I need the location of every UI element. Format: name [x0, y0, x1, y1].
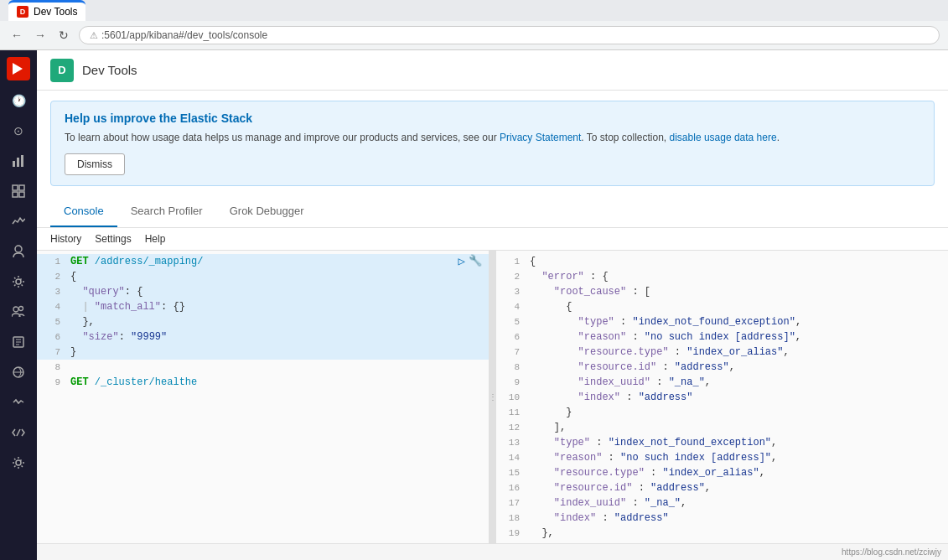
query-editor[interactable]: ▷ 🔧 1 GET /address/_mapping/ 2 {	[37, 251, 490, 543]
line-number: 7	[37, 345, 67, 360]
run-button[interactable]: ▷	[458, 254, 465, 268]
sidebar-item-timelion[interactable]	[5, 208, 32, 235]
svg-rect-1	[17, 158, 19, 167]
line-number: 17	[496, 495, 526, 511]
response-editor-inner: 1 { 2 "error" : { 3 "root_cause" : [	[496, 251, 948, 543]
settings-menu[interactable]: Settings	[95, 233, 131, 245]
disable-usage-link[interactable]: disable usage data here	[670, 132, 777, 143]
browser-tab[interactable]: D Dev Tools	[8, 0, 85, 21]
line-number: 18	[496, 511, 526, 526]
line-number: 2	[496, 269, 526, 284]
tab-grok-debugger[interactable]: Grok Debugger	[216, 196, 318, 227]
privacy-statement-link[interactable]: Privacy Statement	[500, 132, 581, 143]
resp-line-19: 19 },	[496, 526, 948, 541]
sidebar-item-canvas[interactable]	[5, 329, 32, 355]
line-number: 4	[496, 299, 526, 314]
banner-text-middle: . To stop collection,	[581, 132, 669, 143]
code-line-2: 2 {	[37, 269, 489, 284]
svg-point-9	[13, 307, 18, 312]
wrench-icon[interactable]: 🔧	[469, 254, 482, 268]
banner-text-after: .	[777, 132, 780, 143]
line-number: 7	[496, 345, 526, 360]
sidebar: 🕐 ⊙	[0, 50, 37, 560]
line-number: 14	[496, 450, 526, 465]
line-content: "resource.type" : "index_or_alias",	[526, 345, 948, 360]
banner-text: To learn about how usage data helps us m…	[65, 130, 920, 145]
status-bar: https://blog.csdn.net/zciwjy	[37, 543, 948, 560]
line-content: "query": {	[67, 284, 489, 299]
improvement-banner: Help us improve the Elastic Stack To lea…	[50, 101, 935, 186]
resp-line-4: 4 {	[496, 299, 948, 314]
line-content: ],	[526, 420, 948, 435]
resp-line-1: 1 {	[496, 254, 948, 269]
line-number: 6	[496, 329, 526, 345]
sidebar-item-settings[interactable]	[5, 449, 32, 476]
sidebar-item-devtools[interactable]	[5, 419, 32, 446]
history-menu[interactable]: History	[50, 233, 81, 245]
help-menu[interactable]: Help	[145, 233, 166, 245]
editor-divider[interactable]: ⋮	[490, 251, 496, 543]
sidebar-item-user[interactable]	[5, 238, 32, 265]
line-number: 12	[496, 420, 526, 435]
code-line-7: 7 }	[37, 345, 489, 360]
code-line-1: 1 GET /address/_mapping/	[37, 254, 489, 269]
svg-rect-2	[21, 155, 23, 167]
app-header: D Dev Tools	[37, 50, 948, 91]
tabs-bar: Console Search Profiler Grok Debugger	[37, 196, 948, 228]
devtools-subheader: History Settings Help	[37, 228, 948, 250]
svg-rect-3	[13, 185, 18, 190]
sidebar-item-clock[interactable]: 🕐	[5, 87, 32, 114]
editor-area: ▷ 🔧 1 GET /address/_mapping/ 2 {	[37, 250, 948, 543]
tab-console[interactable]: Console	[50, 196, 117, 227]
svg-rect-6	[19, 192, 24, 197]
sidebar-item-apm[interactable]	[5, 389, 32, 416]
browser-toolbar: ← → ↻ ⚠ :5601/app/kibana#/dev_tools/cons…	[0, 21, 948, 49]
resp-line-12: 12 ],	[496, 420, 948, 435]
browser-chrome: D Dev Tools ← → ↻ ⚠ :5601/app/kibana#/de…	[0, 0, 948, 50]
code-line-4: 4 | "match_all": {}	[37, 299, 489, 314]
browser-tab-bar: D Dev Tools	[0, 0, 948, 21]
sidebar-item-gear[interactable]	[5, 268, 32, 295]
code-line-3: 3 "query": {	[37, 284, 489, 299]
svg-point-10	[19, 307, 23, 311]
line-content: "root_cause" : [	[526, 284, 948, 299]
back-button[interactable]: ←	[8, 27, 25, 44]
dismiss-button[interactable]: Dismiss	[65, 153, 125, 175]
line-number: 9	[37, 375, 67, 390]
sidebar-item-users[interactable]	[5, 298, 32, 325]
security-icon: ⚠	[90, 30, 98, 41]
status-url: https://blog.csdn.net/zciwjy	[842, 547, 941, 557]
resp-line-17: 17 "index_uuid" : "_na_",	[496, 495, 948, 511]
line-number: 6	[37, 329, 67, 345]
sidebar-item-visualize[interactable]	[5, 148, 32, 174]
resp-line-11: 11 }	[496, 405, 948, 420]
forward-button[interactable]: →	[32, 27, 49, 44]
line-number: 3	[37, 284, 67, 299]
resp-line-10: 10 "index" : "address"	[496, 390, 948, 405]
app-icon: D	[50, 59, 74, 82]
resp-line-5: 5 "type" : "index_not_found_exception",	[496, 314, 948, 329]
code-left: 1 GET /address/_mapping/ 2 { 3 "query": …	[37, 251, 489, 393]
sidebar-item-discover[interactable]: ⊙	[5, 117, 32, 144]
kibana-logo[interactable]	[7, 57, 30, 80]
main-content: D Dev Tools Help us improve the Elastic …	[37, 50, 948, 560]
line-number: 8	[496, 360, 526, 375]
line-content: },	[67, 314, 489, 329]
banner-title: Help us improve the Elastic Stack	[65, 111, 920, 125]
sidebar-item-ml[interactable]	[5, 359, 32, 386]
tab-title: Dev Tools	[34, 6, 77, 18]
line-number: 8	[37, 360, 67, 375]
line-number: 3	[496, 284, 526, 299]
address-bar[interactable]: ⚠ :5601/app/kibana#/dev_tools/console	[79, 26, 940, 44]
code-line-9: 9 GET /_cluster/healthe	[37, 375, 489, 390]
code-line-5: 5 },	[37, 314, 489, 329]
line-content	[67, 360, 489, 375]
refresh-button[interactable]: ↻	[55, 27, 72, 44]
resp-line-14: 14 "reason" : "no such index [address]",	[496, 450, 948, 465]
svg-rect-4	[19, 185, 24, 190]
tab-search-profiler[interactable]: Search Profiler	[117, 196, 216, 227]
line-content: "resource.id" : "address",	[526, 480, 948, 495]
resp-line-3: 3 "root_cause" : [	[496, 284, 948, 299]
sidebar-item-dashboard[interactable]	[5, 178, 32, 205]
banner-text-before: To learn about how usage data helps us m…	[65, 132, 500, 143]
